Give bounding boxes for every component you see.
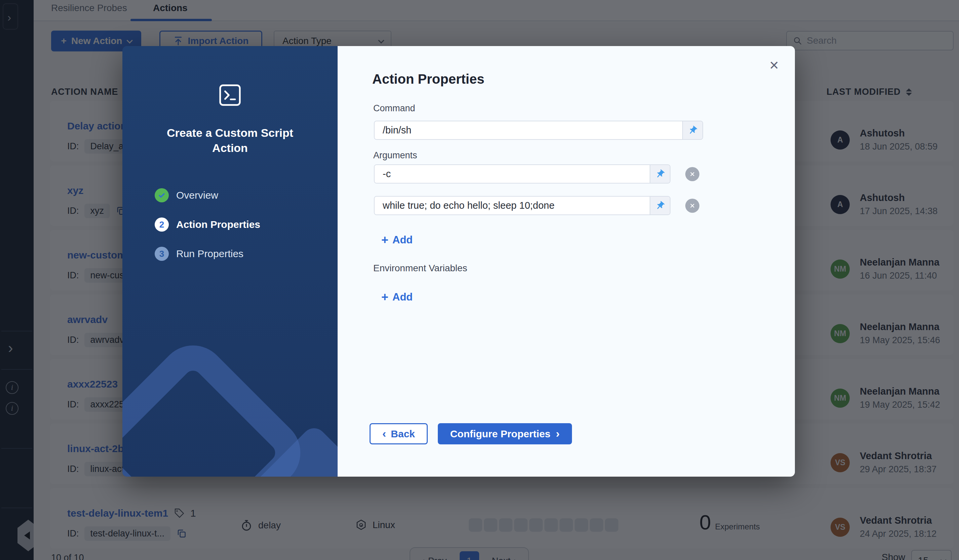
pin-button[interactable] [650,165,670,183]
arguments-label: Arguments [373,150,417,161]
create-custom-script-action-modal: Create a Custom Script Action Overview 2… [123,46,795,477]
argument-field [374,196,671,215]
wizard-panel: Create a Custom Script Action Overview 2… [123,46,338,477]
argument-input[interactable] [374,197,650,215]
form-footer: ‹ Back Configure Properties › [370,423,572,444]
command-field [374,121,703,140]
remove-argument-button[interactable] [685,199,699,213]
pin-icon [655,169,665,179]
step-action-properties[interactable]: 2 Action Properties [155,218,260,232]
argument-row [374,164,699,183]
plus-icon: + [381,233,389,247]
step-overview[interactable]: Overview [155,188,260,202]
back-button[interactable]: ‹ Back [370,423,428,444]
command-label: Command [373,103,415,114]
close-icon [689,171,695,177]
argument-row [374,196,699,215]
pin-icon [655,200,665,211]
argument-input[interactable] [374,165,650,183]
step-number: 2 [155,218,169,232]
pin-button[interactable] [682,121,703,139]
command-input[interactable] [374,121,682,139]
environment-variables-label: Environment Variables [373,263,467,274]
add-env-variable-button[interactable]: + Add [381,290,413,304]
chevron-left-icon: ‹ [382,428,386,439]
configure-properties-button[interactable]: Configure Properties › [438,423,572,444]
terminal-icon [217,82,243,108]
form-title: Action Properties [372,72,484,87]
pin-button[interactable] [650,197,670,215]
step-run-properties[interactable]: 3 Run Properties [155,247,260,261]
add-argument-button[interactable]: + Add [381,233,413,247]
plus-icon: + [381,290,389,304]
action-properties-form: Action Properties ✕ Command Arguments [338,46,795,477]
step-number: 3 [155,247,169,261]
remove-argument-button[interactable] [685,167,699,181]
argument-field [374,164,671,183]
chevron-right-icon: › [556,428,559,439]
close-icon [689,203,695,209]
wizard-steps: Overview 2 Action Properties 3 Run Prope… [155,188,260,276]
step-done-check-icon [155,188,169,202]
wizard-title: Create a Custom Script Action [156,126,304,156]
close-icon[interactable]: ✕ [765,57,783,74]
pin-icon [688,126,698,135]
